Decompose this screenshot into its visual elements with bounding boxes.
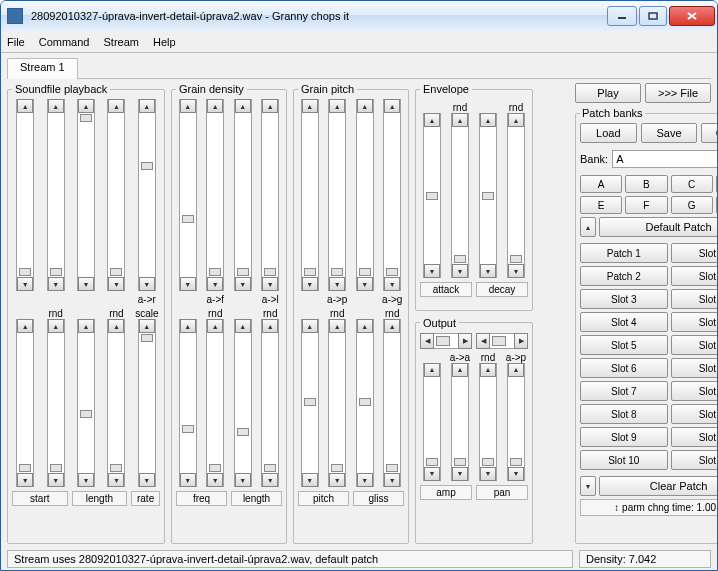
label-length2: length xyxy=(231,491,282,506)
slot-11[interactable]: Slot 11 xyxy=(671,243,717,263)
play-button[interactable]: Play xyxy=(575,83,641,103)
slider-length-rnd-b[interactable]: ▲▼ xyxy=(107,319,125,487)
group-envelope: Envelope rndrnd ▲▼ ▲▼ ▲▼ ▲▼ attack decay xyxy=(415,83,533,311)
default-patch-up-icon[interactable]: ▲ xyxy=(580,217,596,237)
patch-2[interactable]: Patch 2 xyxy=(580,266,668,286)
main-area: Soundfile playback ▲▼ ▲▼ ▲▼ ▲▼ ▲▼ a->r xyxy=(7,83,711,544)
bank-btn-a[interactable]: A xyxy=(580,175,622,193)
slider-freq-b[interactable]: ▲▼ xyxy=(179,319,197,487)
slider-decay[interactable]: ▲▼ xyxy=(479,113,497,278)
slider-attack-rnd[interactable]: ▲▼ xyxy=(451,113,469,278)
bank-btn-h[interactable]: H xyxy=(716,196,717,214)
slider-length-rnd-a[interactable]: ▲▼ xyxy=(107,99,125,291)
app-icon xyxy=(7,8,23,24)
slider-freq-rnd-b[interactable]: ▲▼ xyxy=(206,319,224,487)
slot-12[interactable]: Slot 12 xyxy=(671,266,717,286)
slider-rate-aor[interactable]: ▲▼ xyxy=(138,99,156,291)
menu-command[interactable]: Command xyxy=(39,36,90,48)
slot-7[interactable]: Slot 7 xyxy=(580,381,668,401)
slot-8[interactable]: Slot 8 xyxy=(580,404,668,424)
hslider-pan[interactable]: ◀▶ xyxy=(476,333,528,349)
slider-pitch-aop[interactable]: ▲▼ xyxy=(328,99,346,291)
file-button[interactable]: >>> File xyxy=(645,83,711,103)
soundfile-mid-labels: rnd rnd scale xyxy=(12,308,160,319)
slider-start-b[interactable]: ▲▼ xyxy=(16,319,34,487)
bank-input[interactable] xyxy=(612,150,717,168)
slider-attack[interactable]: ▲▼ xyxy=(423,113,441,278)
maximize-button[interactable] xyxy=(639,6,667,26)
bank-btn-c[interactable]: C xyxy=(671,175,713,193)
slider-gliss-rnd-b[interactable]: ▲▼ xyxy=(383,319,401,487)
menu-help[interactable]: Help xyxy=(153,36,176,48)
tab-stream1[interactable]: Stream 1 xyxy=(7,58,78,79)
clear-patch-button[interactable]: Clear Patch xyxy=(599,476,717,496)
group-envelope-legend: Envelope xyxy=(420,83,472,95)
slot-16[interactable]: Slot 16 xyxy=(671,358,717,378)
save-button[interactable]: Save xyxy=(641,123,698,143)
svg-rect-1 xyxy=(649,13,657,19)
slot-20[interactable]: Slot 20 xyxy=(671,450,717,470)
clear-patch-down-icon[interactable]: ▼ xyxy=(580,476,596,496)
slider-start-rnd-b[interactable]: ▲▼ xyxy=(47,319,65,487)
menu-file[interactable]: File xyxy=(7,36,25,48)
slider-start-main[interactable]: ▲▼ xyxy=(16,99,34,291)
slider-len-b[interactable]: ▲▼ xyxy=(234,319,252,487)
slider-decay-rnd[interactable]: ▲▼ xyxy=(507,113,525,278)
bank-btn-e[interactable]: E xyxy=(580,196,622,214)
default-patch-button[interactable]: Default Patch xyxy=(599,217,717,237)
bank-btn-d[interactable]: D xyxy=(716,175,717,193)
slider-length-aol[interactable]: ▲▼ xyxy=(261,99,279,291)
slider-length-a[interactable]: ▲▼ xyxy=(234,99,252,291)
slot-5[interactable]: Slot 5 xyxy=(580,335,668,355)
slider-pitch-rnd-b[interactable]: ▲▼ xyxy=(328,319,346,487)
slot-18[interactable]: Slot 18 xyxy=(671,404,717,424)
slider-gliss-a[interactable]: ▲▼ xyxy=(356,99,374,291)
slot-9[interactable]: Slot 9 xyxy=(580,427,668,447)
group-patch-banks-legend: Patch banks xyxy=(580,107,645,119)
slot-19[interactable]: Slot 19 xyxy=(671,427,717,447)
slider-pitch-b[interactable]: ▲▼ xyxy=(301,319,319,487)
slot-6[interactable]: Slot 6 xyxy=(580,358,668,378)
slider-pitch-a[interactable]: ▲▼ xyxy=(301,99,319,291)
slider-pan-rnd[interactable]: ▲▼ xyxy=(479,363,497,481)
group-soundfile-playback: Soundfile playback ▲▼ ▲▼ ▲▼ ▲▼ ▲▼ a->r xyxy=(7,83,165,544)
slider-rate-scale[interactable]: ▲▼ xyxy=(138,319,156,487)
slider-len-rnd-b[interactable]: ▲▼ xyxy=(261,319,279,487)
slot-15[interactable]: Slot 15 xyxy=(671,335,717,355)
label-gliss: gliss xyxy=(353,491,404,506)
slider-freq-aof[interactable]: ▲▼ xyxy=(206,99,224,291)
slider-amp-b[interactable]: ▲▼ xyxy=(423,363,441,481)
slider-gliss-aog[interactable]: ▲▼ xyxy=(383,99,401,291)
close-button[interactable] xyxy=(669,6,715,26)
minimize-button[interactable] xyxy=(607,6,637,26)
bank-label: Bank: xyxy=(580,153,608,165)
menu-stream[interactable]: Stream xyxy=(103,36,138,48)
label-length: length xyxy=(72,491,128,506)
slider-freq-a[interactable]: ▲▼ xyxy=(179,99,197,291)
bank-btn-g[interactable]: G xyxy=(671,196,713,214)
close-patch-button[interactable]: Close xyxy=(701,123,717,143)
slider-length-main[interactable]: ▲▼ xyxy=(77,99,95,291)
tabstrip: Stream 1 xyxy=(7,57,711,79)
slot-3[interactable]: Slot 3 xyxy=(580,289,668,309)
slot-4[interactable]: Slot 4 xyxy=(580,312,668,332)
slot-17[interactable]: Slot 17 xyxy=(671,381,717,401)
slider-gliss-b[interactable]: ▲▼ xyxy=(356,319,374,487)
slider-amp-aoa[interactable]: ▲▼ xyxy=(451,363,469,481)
hslider-amp[interactable]: ◀▶ xyxy=(420,333,472,349)
label-pan: pan xyxy=(476,485,528,500)
slider-columns: Soundfile playback ▲▼ ▲▼ ▲▼ ▲▼ ▲▼ a->r xyxy=(7,83,569,544)
soundfile-top-labels: a->r xyxy=(12,294,160,305)
bank-grid: A B C D E F G H xyxy=(580,175,717,214)
bank-btn-f[interactable]: F xyxy=(625,196,667,214)
slider-pan-aop[interactable]: ▲▼ xyxy=(507,363,525,481)
label-attack: attack xyxy=(420,282,472,297)
slot-13[interactable]: Slot 13 xyxy=(671,289,717,309)
bank-btn-b[interactable]: B xyxy=(625,175,667,193)
slot-14[interactable]: Slot 14 xyxy=(671,312,717,332)
patch-1[interactable]: Patch 1 xyxy=(580,243,668,263)
slider-length-b[interactable]: ▲▼ xyxy=(77,319,95,487)
load-button[interactable]: Load xyxy=(580,123,637,143)
slot-10[interactable]: Slot 10 xyxy=(580,450,668,470)
slider-start-rnd-a[interactable]: ▲▼ xyxy=(47,99,65,291)
